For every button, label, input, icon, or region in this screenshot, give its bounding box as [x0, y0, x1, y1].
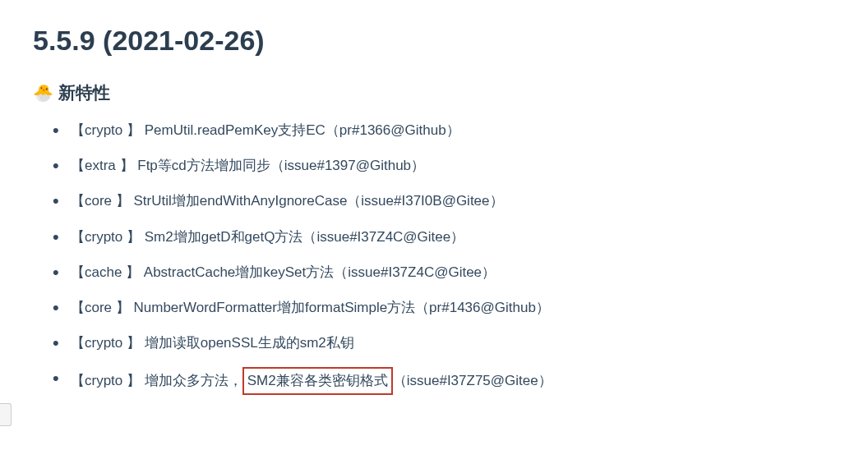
list-item: 【crypto 】 增加读取openSSL生成的sm2私钥 — [56, 332, 835, 354]
module-tag: 【core 】 — [71, 193, 130, 209]
module-tag: 【crypto 】 — [71, 229, 141, 245]
item-text: StrUtil增加endWithAnyIgnoreCase（issue#I37I… — [130, 193, 504, 209]
item-text: Sm2增加getD和getQ方法（issue#I37Z4C@Gitee） — [141, 229, 464, 245]
list-item: 【crypto 】 增加众多方法，SM2兼容各类密钥格式（issue#I37Z7… — [56, 367, 835, 394]
section-heading-new-features: 🐣 新特性 — [33, 81, 835, 104]
list-item: 【extra 】 Ftp等cd方法增加同步（issue#1397@Github） — [56, 154, 835, 177]
list-item: 【cache 】 AbstractCache增加keySet方法（issue#I… — [56, 261, 835, 283]
sidebar-toggle-tab[interactable] — [0, 403, 12, 425]
module-tag: 【crypto 】 — [71, 335, 141, 351]
module-tag: 【core 】 — [71, 300, 130, 315]
list-item: 【crypto 】 Sm2增加getD和getQ方法（issue#I37Z4C@… — [56, 226, 835, 248]
module-tag: 【cache 】 — [71, 264, 140, 280]
item-text: Ftp等cd方法增加同步（issue#1397@Github） — [134, 158, 426, 173]
module-tag: 【crypto 】 — [71, 122, 141, 138]
item-text: 增加读取openSSL生成的sm2私钥 — [141, 335, 354, 351]
item-text: PemUtil.readPemKey支持EC（pr#1366@Github） — [141, 122, 460, 138]
list-item: 【core 】 StrUtil增加endWithAnyIgnoreCase（is… — [56, 190, 835, 212]
section-title: 新特性 — [58, 81, 110, 104]
list-item: 【crypto 】 PemUtil.readPemKey支持EC（pr#1366… — [56, 119, 835, 141]
feature-list: 【crypto 】 PemUtil.readPemKey支持EC（pr#1366… — [33, 119, 835, 395]
item-text: AbstractCache增加keySet方法（issue#I37Z4C@Git… — [140, 264, 496, 280]
module-tag: 【extra 】 — [71, 158, 134, 173]
list-item: 【core 】 NumberWordFormatter增加formatSimpl… — [56, 296, 835, 319]
changelog-version-heading: 5.5.9 (2021-02-26) — [33, 25, 835, 57]
item-text: NumberWordFormatter增加formatSimple方法（pr#1… — [130, 300, 550, 315]
hatching-chick-icon: 🐣 — [33, 83, 53, 103]
item-text-prefix: 增加众多方法， — [141, 373, 242, 388]
module-tag: 【crypto 】 — [71, 373, 141, 388]
highlight-box: SM2兼容各类密钥格式 — [242, 367, 393, 394]
item-text-suffix: （issue#I37Z75@Gitee） — [393, 373, 552, 388]
